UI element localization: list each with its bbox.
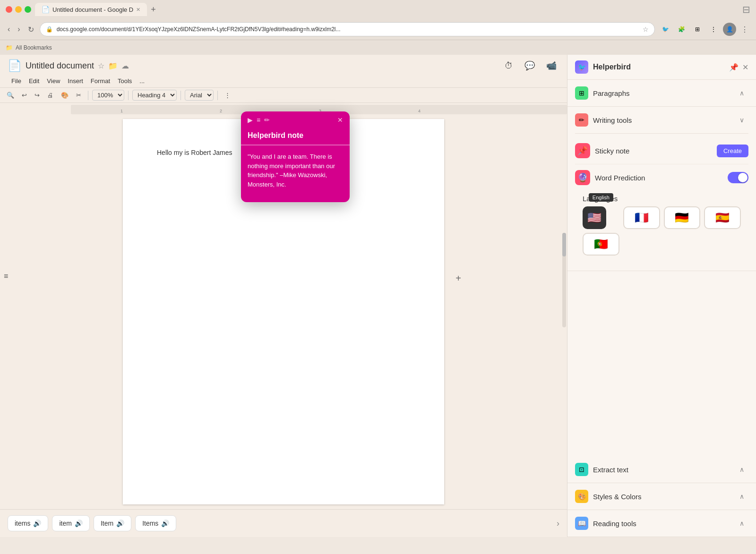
menu-edit[interactable]: Edit xyxy=(25,76,43,86)
comments-button[interactable]: 💬 xyxy=(522,59,538,73)
word-chip-item[interactable]: item 🔊 xyxy=(52,515,89,531)
divider-1 xyxy=(575,133,748,134)
back-button[interactable]: ‹ xyxy=(6,23,12,35)
word-chip-items[interactable]: items 🔊 xyxy=(8,515,48,531)
lang-button-de[interactable]: 🇩🇪 xyxy=(664,206,701,229)
docs-title-section: Untitled document ☆ 📁 ☁ xyxy=(26,61,498,71)
languages-section: Languages 🇺🇸 English 🇫🇷 🇩🇪 🇪🇸 🇵🇹 xyxy=(575,191,748,263)
more-format-button[interactable]: ⋮ xyxy=(222,90,233,101)
hb-section-extract-header[interactable]: ⊡ Extract text ∧ xyxy=(567,456,756,483)
hb-writing-tools-content: 📌 Sticky note Create 🔮 Word Prediction L… xyxy=(567,133,756,271)
reading-tools-chevron-btn[interactable]: ∧ xyxy=(735,517,748,530)
hb-section-paragraphs-header[interactable]: ⊞ Paragraphs ∧ xyxy=(567,80,756,106)
new-tab-button[interactable]: + xyxy=(151,5,156,15)
bookmarks-folder-icon: 📁 xyxy=(6,44,13,51)
font-select[interactable]: Arial xyxy=(185,90,214,101)
docs-right-actions: ⏱ 💬 📹 xyxy=(502,59,559,73)
address-bar[interactable]: 🔒 docs.google.com/document/d/1YErXsoqYJz… xyxy=(40,22,655,36)
scrollbar[interactable] xyxy=(562,233,566,327)
menu-view[interactable]: View xyxy=(43,76,64,86)
more-icon[interactable]: ⋮ xyxy=(707,23,720,36)
address-bar-row: ‹ › ↻ 🔒 docs.google.com/document/d/1YErX… xyxy=(0,19,756,40)
paint-format-button[interactable]: 🎨 xyxy=(58,90,71,101)
add-content-button[interactable]: + xyxy=(455,273,461,284)
list-sidebar-icon[interactable]: ≡ xyxy=(4,272,8,281)
styles-colors-chevron-btn[interactable]: ∧ xyxy=(735,490,748,503)
note-play-button[interactable]: ▶ xyxy=(248,116,253,124)
close-traffic-light[interactable] xyxy=(6,6,12,13)
print-button[interactable]: 🖨 xyxy=(44,90,56,101)
menu-file[interactable]: File xyxy=(8,76,25,86)
paragraphs-icon: ⊞ xyxy=(575,86,588,100)
three-dots-button[interactable]: ⋮ xyxy=(739,23,750,36)
extract-text-label: Extract text xyxy=(593,466,735,474)
word-prediction-label: Word Prediction xyxy=(595,174,728,182)
menu-format[interactable]: Format xyxy=(87,76,114,86)
fmt-sep-2 xyxy=(128,91,129,100)
sidebar-close-icon[interactable]: ✕ xyxy=(742,63,748,72)
speaker-icon-item[interactable]: 🔊 xyxy=(75,520,83,527)
hb-section-reading-header[interactable]: 📖 Reading tools ∧ xyxy=(567,510,756,537)
bookmark-star-icon[interactable]: ☆ xyxy=(643,26,649,33)
fmt-sep-1 xyxy=(88,91,88,100)
maximize-traffic-light[interactable] xyxy=(25,6,31,13)
lang-button-es[interactable]: 🇪🇸 xyxy=(704,206,741,229)
writing-tools-label: Writing tools xyxy=(593,116,735,124)
word-chip-item-cap[interactable]: Item 🔊 xyxy=(94,515,131,531)
minimize-traffic-light[interactable] xyxy=(15,6,22,13)
hb-note-tail xyxy=(291,196,300,202)
tab-close-icon[interactable]: ✕ xyxy=(136,7,140,13)
lang-button-fr[interactable]: 🇫🇷 xyxy=(623,206,660,229)
extract-text-chevron-btn[interactable]: ∧ xyxy=(735,463,748,476)
star-icon[interactable]: ☆ xyxy=(98,61,104,70)
bookmarks-label: All Bookmarks xyxy=(16,44,52,51)
menu-tools[interactable]: Tools xyxy=(114,76,136,86)
note-edit-button[interactable]: ✏ xyxy=(264,116,270,124)
menu-insert[interactable]: Insert xyxy=(64,76,87,86)
chips-arrow-btn[interactable]: › xyxy=(557,515,559,531)
main-area: 📄 Untitled document ☆ 📁 ☁ ⏱ 💬 📹 xyxy=(0,55,756,537)
hb-section-styles-header[interactable]: 🎨 Styles & Colors ∧ xyxy=(567,483,756,510)
lang-button-pt[interactable]: 🇵🇹 xyxy=(583,233,619,256)
sidebar-icon[interactable]: ⊞ xyxy=(691,23,704,36)
speaker-icon-items[interactable]: 🔊 xyxy=(33,520,41,527)
search-format-button[interactable]: 🔍 xyxy=(4,90,17,101)
lang-button-en[interactable]: 🇺🇸 xyxy=(583,206,606,229)
hb-note-title: Helperbird note xyxy=(241,128,350,145)
forward-button[interactable]: › xyxy=(16,23,22,35)
tab-bar: 📄 Untitled document - Google D ✕ + ⊟ xyxy=(35,3,750,16)
folder-icon[interactable]: 📁 xyxy=(108,61,118,70)
profile-icon[interactable]: 👤 xyxy=(723,23,736,36)
chevron-right-icon[interactable]: › xyxy=(557,519,559,528)
redo-button[interactable]: ↪ xyxy=(32,90,43,101)
zoom-select[interactable]: 100% xyxy=(92,90,124,101)
lang-btn-wrap-en: 🇺🇸 English xyxy=(583,206,619,229)
paragraphs-chevron-btn[interactable]: ∧ xyxy=(735,86,748,100)
heading-style-select[interactable]: Heading 4 xyxy=(132,90,177,101)
active-tab[interactable]: 📄 Untitled document - Google D ✕ xyxy=(35,3,147,16)
hb-section-writing-header[interactable]: ✏ Writing tools ∨ xyxy=(567,107,756,133)
scrollbar-thumb[interactable] xyxy=(562,233,566,256)
note-list-button[interactable]: ≡ xyxy=(257,116,260,124)
writing-tools-chevron-btn[interactable]: ∨ xyxy=(735,113,748,127)
undo-button[interactable]: ↩ xyxy=(19,90,30,101)
menu-more[interactable]: ... xyxy=(136,76,148,86)
create-sticky-button[interactable]: Create xyxy=(717,145,748,157)
pin-icon[interactable]: 📌 xyxy=(729,63,739,72)
helperbird-ext-icon[interactable]: 🐦 xyxy=(659,23,672,36)
speaker-icon-item-cap[interactable]: 🔊 xyxy=(116,520,124,527)
hb-section-paragraphs: ⊞ Paragraphs ∧ xyxy=(567,80,756,107)
meet-button[interactable]: 📹 xyxy=(543,59,559,73)
cloud-icon[interactable]: ☁ xyxy=(121,61,129,70)
clear-format-button[interactable]: ✂ xyxy=(73,90,84,101)
word-chip-items-cap[interactable]: Items 🔊 xyxy=(135,515,176,531)
chip-text-item: item xyxy=(59,520,71,527)
speaker-icon-items-cap[interactable]: 🔊 xyxy=(161,520,169,527)
refresh-button[interactable]: ↻ xyxy=(26,23,36,36)
doc-title-text[interactable]: Untitled document xyxy=(26,61,94,71)
note-close-button[interactable]: ✕ xyxy=(337,116,343,124)
hb-note-controls: ▶ ≡ ✏ xyxy=(248,116,270,124)
history-button[interactable]: ⏱ xyxy=(502,59,516,73)
word-prediction-toggle[interactable] xyxy=(728,172,748,183)
extensions-icon[interactable]: 🧩 xyxy=(675,23,688,36)
